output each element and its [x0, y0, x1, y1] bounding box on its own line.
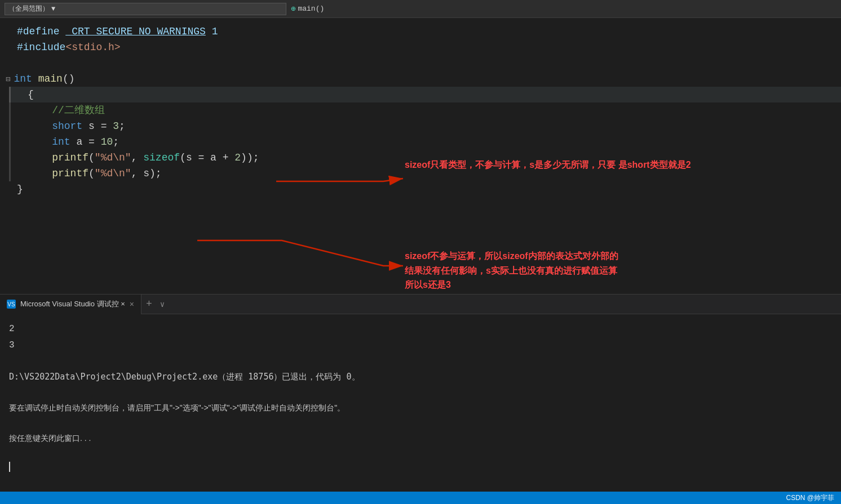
code-line-6: //二维数组	[9, 102, 841, 118]
vs-icon: VS	[7, 300, 16, 309]
terminal-tab[interactable]: VS Microsoft Visual Studio 调试控 × ×	[0, 295, 141, 314]
output-line-1: 2	[9, 321, 832, 337]
func-icon: ⊕	[291, 4, 295, 14]
code-line-4: ⊟ int main ()	[0, 71, 841, 87]
top-bar: （全局范围） ▼ ⊕ main()	[0, 0, 841, 18]
code-line-5: {	[9, 87, 841, 102]
terminal-note2: 按任意键关闭此窗口. . .	[9, 431, 832, 445]
status-bar: CSDN @帅宇菲	[0, 492, 841, 504]
code-line-7: short s = 3 ;	[9, 118, 841, 134]
terminal-area: VS Microsoft Visual Studio 调试控 × × + ∨ 2…	[0, 294, 841, 492]
code-line-2: #include<stdio.h>	[0, 39, 841, 55]
code-line-3	[0, 55, 841, 71]
terminal-tab-bar: VS Microsoft Visual Studio 调试控 × × + ∨	[0, 295, 841, 314]
include-macro: #include<stdio.h>	[17, 39, 121, 55]
code-line-1: #define _CRT_SECURE_NO_WARNINGS 1	[0, 24, 841, 39]
func-label: ⊕ main()	[291, 4, 324, 14]
terminal-content: 2 3 D:\VS2022Data\Project2\Debug\Project…	[0, 314, 841, 479]
terminal-cursor-line	[9, 462, 832, 472]
output-line-2: 3	[9, 337, 832, 354]
terminal-tab-label: Microsoft Visual Studio 调试控 ×	[20, 299, 125, 309]
terminal-add-icon[interactable]: +	[141, 298, 157, 310]
collapse-icon[interactable]: ⊟	[6, 72, 10, 87]
terminal-close-icon[interactable]: ×	[130, 300, 134, 309]
define-macro: #define _CRT_SECURE_NO_WARNINGS 1	[17, 24, 218, 39]
scope-dropdown[interactable]: （全局范围） ▼	[5, 3, 286, 15]
code-line-8: int a = 10 ;	[9, 134, 841, 150]
code-line-11: }	[0, 181, 841, 197]
scope-label: （全局范围）	[8, 4, 49, 14]
status-text: CSDN @帅宇菲	[786, 493, 834, 503]
annotation-2: sizeof不参与运算，所以sizeof内部的表达式对外部的结果没有任何影响，s…	[405, 249, 618, 292]
terminal-cursor	[9, 462, 10, 472]
scope-arrow-icon: ▼	[51, 5, 55, 13]
terminal-arrow-icon[interactable]: ∨	[157, 300, 168, 309]
func-name: main()	[298, 5, 324, 13]
terminal-note1: 要在调试停止时自动关闭控制台，请启用"工具"->"选项"->"调试"->"调试停…	[9, 401, 832, 415]
code-editor: #define _CRT_SECURE_NO_WARNINGS 1 #inclu…	[0, 18, 841, 305]
terminal-path: D:\VS2022Data\Project2\Debug\Project2.ex…	[9, 369, 832, 385]
annotation-1: sizeof只看类型，不参与计算，s是多少无所谓，只要 是short类型就是2	[405, 158, 691, 172]
